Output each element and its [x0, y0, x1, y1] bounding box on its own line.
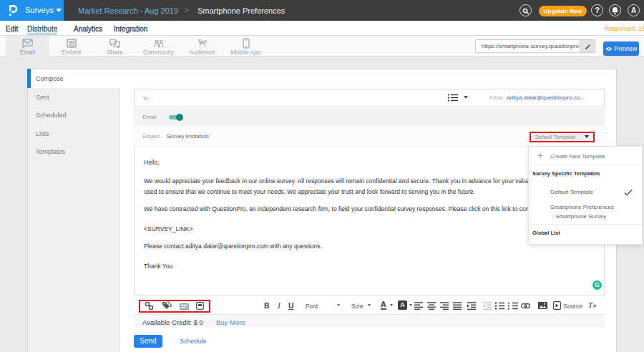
svg-text:$: $ [198, 39, 201, 44]
